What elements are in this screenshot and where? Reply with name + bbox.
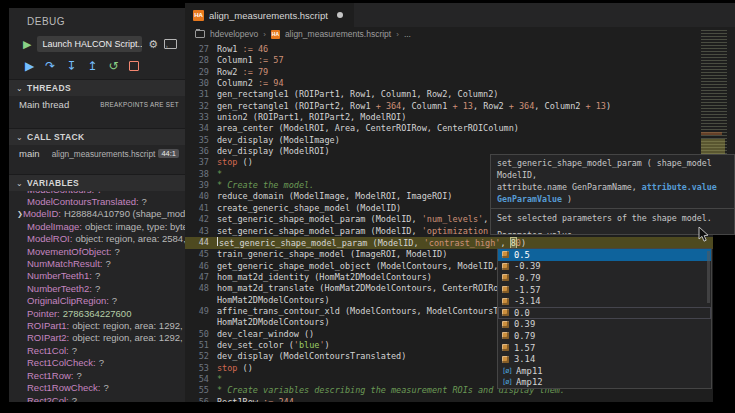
unsaved-changes-dot-icon[interactable] [337, 12, 343, 18]
suggest-item-label: Amp12 [516, 377, 542, 387]
constant-icon [502, 298, 509, 305]
suggest-scrollbar[interactable] [707, 251, 710, 303]
breadcrumb-folder[interactable]: hdevelopevo [210, 29, 258, 39]
variable-row[interactable]: ModelROI:object: region, area: 2584, cen… [9, 233, 185, 245]
suggest-item[interactable]: 0.79 [498, 330, 711, 342]
suggest-item[interactable]: 0.0 [498, 307, 711, 319]
suggest-item[interactable]: 0.39 [498, 319, 711, 331]
variable-row[interactable]: Rect1RowCheck:? [9, 382, 185, 394]
variable-row[interactable]: ROIPart1:object: region, area: 1292, cen… [9, 320, 185, 332]
threads-section-header[interactable]: ⌄ THREADS [9, 79, 185, 96]
code-line[interactable]: 28Column1 := 57 [185, 55, 735, 66]
variable-name: ROIPart2: [27, 332, 69, 344]
stack-frame-row[interactable]: main align_measurements.hscript 44:1 [9, 145, 185, 162]
stop-icon[interactable] [129, 61, 139, 71]
minimap[interactable] [701, 30, 727, 157]
line-number: 28 [185, 55, 217, 66]
suggest-item-label: 0.5 [514, 250, 530, 260]
code-line-text: Column1 := 57 [217, 55, 284, 66]
variable-row[interactable]: OriginalClipRegion:? [9, 295, 185, 307]
suggest-item[interactable]: [ø]Amp11 [498, 365, 711, 377]
code-line[interactable]: 33union2 (ROIPart1, ROIPart2, ModelROI) [185, 112, 735, 123]
suggest-item[interactable]: 1.57 [498, 342, 711, 354]
variable-row[interactable]: ModelImage:object: image, type: byte, si… [9, 221, 185, 233]
code-line-text: create_generic_shape_model (ModelID) [217, 203, 401, 214]
step-over-icon[interactable]: ↷ [45, 60, 55, 72]
variable-row[interactable]: NumberTeeth1:? [9, 270, 185, 282]
folder-icon [195, 30, 205, 38]
line-number: 49 [185, 306, 217, 317]
variable-row[interactable]: NumMatchResult:? [9, 258, 185, 270]
suggest-item[interactable]: -0.39 [498, 261, 711, 273]
variable-row[interactable]: Pointer:2786364227600 [9, 308, 185, 320]
code-line[interactable]: 27Row1 := 46 [185, 44, 735, 55]
line-number: 46 [185, 261, 217, 272]
code-line-text: train_generic_shape_model (ImageROI, Mod… [217, 249, 447, 260]
variable-row[interactable]: ModelContoursTranslated:? [9, 196, 185, 208]
code-line-text: union2 (ROIPart1, ROIPart2, ModelROI) [217, 112, 406, 123]
suggest-item-label: 0.79 [514, 331, 535, 341]
variable-name: OriginalClipRegion: [27, 295, 109, 307]
variable-row[interactable]: MovementOfObject:? [9, 246, 185, 258]
line-number: 55 [185, 385, 217, 396]
line-number: 31 [185, 89, 217, 100]
code-line[interactable]: 29Row2 := 79 [185, 67, 735, 78]
suggest-item[interactable]: -1.57 [498, 284, 711, 296]
code-line[interactable]: 31gen_rectangle1 (ROIPart1, Row1, Column… [185, 89, 735, 100]
line-number: 52 [185, 351, 217, 362]
debug-console-icon[interactable]: ›_ [164, 39, 177, 49]
call-stack-section-header[interactable]: ⌄ CALL STACK [9, 128, 185, 145]
suggest-item[interactable]: -3.14 [498, 295, 711, 307]
editor-tab[interactable]: HA align_measurements.hscript [185, 3, 354, 27]
variable-row[interactable]: Rect2Col:? [9, 395, 185, 403]
line-number: 40 [185, 191, 217, 202]
variable-name: Rect1Col: [27, 345, 69, 357]
settings-gear-icon[interactable]: ⚙ [148, 38, 158, 51]
code-line-text: dev_display (ModelImage) [217, 135, 340, 146]
continue-icon[interactable]: ▶ [25, 60, 34, 72]
line-number: 41 [185, 203, 217, 214]
variables-section-header[interactable]: ⌄ VARIABLES [9, 174, 185, 191]
code-line[interactable]: 32gen_rectangle1 (ROIPart2, Row1 + 364, … [185, 101, 735, 112]
line-number: 37 [185, 157, 217, 168]
variable-row[interactable]: ❯ModelID:H28884A10790 (shape_model) [9, 208, 185, 220]
code-line[interactable]: 30Column2 := 94 [185, 78, 735, 89]
variable-row[interactable]: Rect1ColCheck:? [9, 357, 185, 369]
variable-row[interactable]: Rect1Row:? [9, 370, 185, 382]
variable-row[interactable]: NumberTeeth2:? [9, 283, 185, 295]
chevron-down-icon: ⌄ [16, 84, 23, 93]
call-stack-header-label: CALL STACK [27, 132, 85, 142]
start-debug-icon[interactable]: ▶ [23, 39, 31, 49]
variable-name: Rect2Col: [27, 395, 69, 403]
variable-name: ModelContoursTranslated: [27, 196, 139, 208]
suggest-item-label: -0.39 [514, 261, 540, 271]
breadcrumb-file[interactable]: align_measurements.hscript [285, 29, 391, 39]
signature-description: Set selected parameters of the shape mod… [491, 209, 734, 224]
suggest-item[interactable]: 0.5 [498, 249, 711, 261]
code-line[interactable]: 35dev_display (ModelImage) [185, 135, 735, 146]
restart-icon[interactable]: ↺ [108, 60, 118, 72]
code-line[interactable]: 34area_center (ModelROI, Area, CenterROI… [185, 123, 735, 134]
step-out-icon[interactable]: ↥ [87, 60, 97, 72]
variable-row[interactable]: Rect1Col:? [9, 345, 185, 357]
variable-value: ? [103, 382, 108, 394]
step-into-icon[interactable]: ↧ [66, 60, 76, 72]
suggest-item[interactable]: [ø]Amp12 [498, 377, 711, 389]
variable-row[interactable]: ROIPart2:object: region, area: 1292, cen… [9, 332, 185, 344]
thread-status: BREAKPOINTS ARE SET [100, 101, 179, 108]
code-line-text: stop () [217, 157, 253, 168]
suggest-item[interactable]: -0.79 [498, 272, 711, 284]
code-line-text: Row1 := 46 [217, 44, 268, 55]
launch-config-select[interactable]: Launch HALCON Script... ⌄ [37, 36, 142, 52]
suggest-item[interactable]: 3.14 [498, 353, 711, 365]
breadcrumb-symbol[interactable]: ... [404, 29, 411, 39]
variable-value: ? [72, 345, 77, 357]
thread-row[interactable]: Main thread BREAKPOINTS ARE SET [9, 96, 185, 113]
line-number: 29 [185, 67, 217, 78]
constant-icon [502, 332, 509, 339]
line-number: 39 [185, 180, 217, 191]
thread-name: Main thread [19, 99, 69, 110]
code-line[interactable]: 56Rect1Row := 244 [185, 397, 735, 402]
line-number: 34 [185, 123, 217, 134]
variable-value: object: region, area: 1292, center:... [72, 332, 185, 344]
